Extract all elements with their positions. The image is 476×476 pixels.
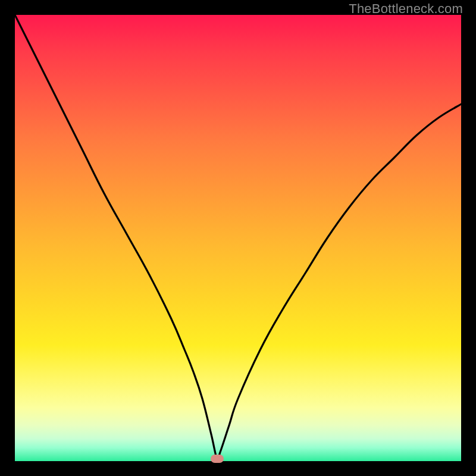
chart-frame: TheBottleneck.com (0, 0, 476, 476)
minimum-marker (211, 455, 224, 463)
bottleneck-curve (15, 15, 461, 461)
chart-plot-area (15, 15, 461, 461)
